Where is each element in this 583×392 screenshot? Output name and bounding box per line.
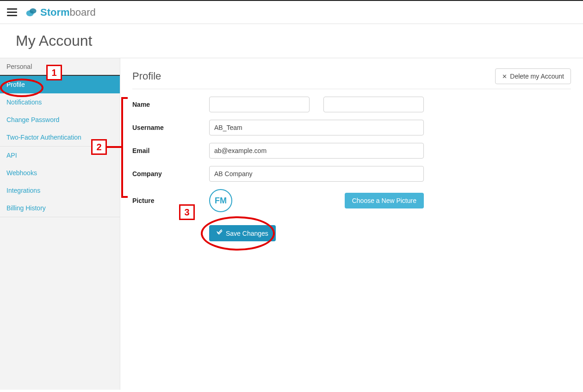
picture-label: Picture (132, 197, 209, 204)
section-heading: Profile (132, 70, 161, 82)
logo-mark-icon (25, 6, 37, 18)
sidebar-item-notifications[interactable]: Notifications (0, 93, 120, 111)
email-label: Email (132, 147, 209, 154)
sidebar-item-webhooks[interactable]: Webhooks (0, 164, 120, 182)
sidebar: Personal Profile Notifications Change Pa… (0, 58, 120, 390)
hamburger-menu-icon[interactable] (7, 6, 17, 18)
company-label: Company (132, 170, 209, 178)
sidebar-separator (0, 217, 120, 217)
topbar: Stormboard (0, 1, 583, 24)
username-label: Username (132, 124, 209, 131)
app-logo[interactable]: Stormboard (25, 6, 96, 18)
avatar: FM (209, 189, 232, 212)
name-label: Name (132, 101, 209, 108)
check-icon (217, 229, 223, 237)
username-input[interactable] (209, 120, 424, 135)
logo-text: Stormboard (40, 6, 96, 18)
sidebar-item-two-factor[interactable]: Two-Factor Authentication (0, 129, 120, 146)
form-row-name: Name (132, 97, 571, 112)
svg-point-1 (30, 8, 37, 13)
content-area: Personal Profile Notifications Change Pa… (0, 58, 583, 390)
sidebar-item-integrations[interactable]: Integrations (0, 182, 120, 199)
delete-account-label: Delete my Account (510, 73, 564, 80)
choose-picture-button[interactable]: Choose a New Picture (345, 193, 424, 208)
delete-account-button[interactable]: ✕ Delete my Account (495, 68, 571, 84)
main-header: Profile ✕ Delete my Account (132, 68, 571, 89)
avatar-initials: FM (215, 196, 227, 206)
first-name-input[interactable] (209, 97, 310, 112)
sidebar-section-label: Personal (0, 58, 120, 75)
save-row: Save Changes (209, 225, 571, 241)
page-title-bar: My Account (0, 24, 583, 58)
form-row-company: Company (132, 166, 571, 182)
company-input[interactable] (209, 166, 424, 182)
form-row-picture: Picture FM Choose a New Picture (132, 189, 571, 212)
form-row-username: Username (132, 120, 571, 135)
email-input[interactable] (209, 143, 424, 159)
form-row-email: Email (132, 143, 571, 159)
save-button-label: Save Changes (226, 230, 268, 237)
close-icon: ✕ (502, 73, 507, 80)
page-title: My Account (16, 32, 567, 49)
save-button[interactable]: Save Changes (209, 225, 276, 241)
sidebar-item-billing-history[interactable]: Billing History (0, 199, 120, 217)
sidebar-item-api[interactable]: API (0, 147, 120, 164)
sidebar-item-profile[interactable]: Profile (0, 75, 120, 93)
sidebar-item-change-password[interactable]: Change Password (0, 111, 120, 129)
main-panel: Profile ✕ Delete my Account Name Usernam… (120, 58, 583, 390)
last-name-input[interactable] (323, 97, 424, 112)
